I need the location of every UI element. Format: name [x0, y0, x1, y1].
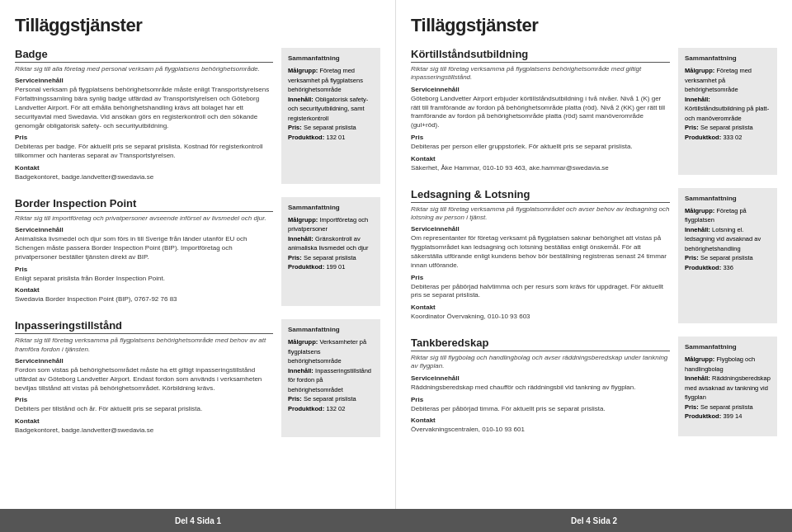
kortillstand-summary-value-3: 333 02 — [723, 134, 742, 141]
page-1-title: Tilläggstjänster — [15, 15, 380, 36]
ledsagning-kontakt-heading: Kontakt — [411, 304, 670, 311]
ledsagning-summary-item-2: Pris: Se separat prislista — [685, 253, 771, 263]
kortillstand-tagline: Riktar sig till företag verksamma på fly… — [411, 65, 670, 82]
section-kortillstand-main: Körtillståndsutbildning Riktar sig till … — [411, 48, 670, 175]
page-1: Tilläggstjänster Badge Riktar sig till a… — [0, 0, 396, 509]
ledsagning-tagline: Riktar sig till företag verksamma på fly… — [411, 205, 670, 223]
bip-summary-item-0: Målgrupp: Importföretag och privatperson… — [288, 215, 374, 234]
inpassering-summary-label-0: Målgrupp: — [288, 338, 318, 346]
section-inpassering-main: Inpasseringstillstånd Riktar sig till fö… — [15, 319, 273, 437]
badge-summary-value-3: 132 01 — [326, 134, 345, 141]
ledsagning-summary: Sammanfattning Målgrupp: Företag på flyg… — [678, 188, 777, 323]
inpassering-summary-value-3: 132 02 — [326, 405, 345, 412]
ledsagning-summary-label-3: Produktkod: — [685, 264, 721, 271]
ledsagning-summary-value-3: 336 — [723, 264, 733, 271]
bip-tagline: Riktar sig till importföretag och privat… — [15, 214, 273, 223]
bip-summary-value-3: 199 01 — [326, 263, 345, 271]
ledsagning-summary-label-1: Innehåll: — [685, 226, 710, 233]
pages-container: Tilläggstjänster Badge Riktar sig till a… — [0, 0, 792, 509]
tankberedskap-summary-label-3: Produktkod: — [685, 412, 721, 420]
inpassering-title: Inpasseringstillstånd — [15, 319, 273, 334]
bip-pris-heading: Pris — [15, 266, 273, 273]
badge-summary: Sammanfattning Målgrupp: Företag med ver… — [281, 48, 380, 184]
kortillstand-pris-heading: Pris — [411, 134, 670, 141]
tankberedskap-summary-item-2: Pris: Se separat prislista — [685, 403, 771, 412]
kortillstand-summary-value-2: Se separat prislista — [700, 124, 753, 131]
badge-summary-label-1: Innehåll: — [288, 96, 314, 103]
kortillstand-summary-label-1: Innehåll: — [685, 96, 710, 103]
badge-serviceinnehall-heading: Serviceinnehåll — [15, 77, 273, 84]
bip-kontakt-text: Swedavia Border Inspection Point (BIP), … — [15, 295, 273, 304]
badge-summary-item-2: Pris: Se separat prislista — [288, 123, 374, 133]
section-bip: Border Inspection Point Riktar sig till … — [15, 197, 380, 306]
inpassering-kontakt-heading: Kontakt — [15, 417, 273, 425]
badge-serviceinnehall-text: Personal verksam på flygplatsens behörig… — [15, 86, 273, 130]
badge-summary-title: Sammanfattning — [288, 54, 374, 63]
ledsagning-summary-value-2: Se separat prislista — [700, 254, 753, 261]
badge-pris-heading: Pris — [15, 134, 273, 141]
inpassering-summary-value-2: Se separat prislista — [304, 395, 356, 403]
bip-title: Border Inspection Point — [15, 197, 273, 212]
inpassering-summary-item-2: Pris: Se separat prislista — [288, 394, 374, 404]
tankberedskap-serviceinnehall-heading: Serviceinnehåll — [411, 374, 670, 382]
tankberedskap-kontakt-text: Övervakningscentralen, 010-10 93 601 — [411, 426, 670, 435]
tankberedskap-title: Tankberedskap — [411, 337, 670, 351]
bip-summary-item-2: Pris: Se separat prislista — [288, 253, 374, 263]
badge-kontakt-text: Badgekontoret, badge.landvetter@swedavia… — [15, 173, 273, 182]
inpassering-serviceinnehall-text: Fordon som vistas på behörighetsområdet … — [15, 366, 273, 393]
section-tankberedskap-main: Tankberedskap Riktar sig till flygbolag … — [411, 337, 670, 436]
inpassering-pris-heading: Pris — [15, 396, 273, 403]
bip-summary-item-3: Produktkod: 199 01 — [288, 262, 374, 272]
tankberedskap-serviceinnehall-text: Räddningsberedskap med chaufför och rädd… — [411, 384, 670, 393]
badge-summary-item-0: Målgrupp: Företag med verksamhet på flyg… — [288, 66, 374, 95]
kortillstand-summary-title: Sammanfattning — [685, 54, 771, 63]
tankberedskap-pris-text: Debiteras per påbörjad timma. För aktuel… — [411, 405, 670, 414]
footer-page-2: Del 4 Sida 2 — [396, 509, 792, 532]
tankberedskap-summary-value-3: 399 14 — [723, 412, 742, 420]
kortillstand-summary-item-2: Pris: Se separat prislista — [685, 123, 771, 133]
kortillstand-summary-value-1: Körtillståndsutbildning på platt- och ma… — [685, 105, 769, 122]
footer-container: Del 4 Sida 1 Del 4 Sida 2 — [0, 509, 792, 532]
badge-summary-item-1: Innehåll: Obligatorisk safety- och secur… — [288, 95, 374, 124]
ledsagning-pris-heading: Pris — [411, 274, 670, 281]
badge-summary-label-3: Produktkod: — [288, 134, 324, 141]
tankberedskap-kontakt-heading: Kontakt — [411, 417, 670, 424]
kortillstand-serviceinnehall-heading: Serviceinnehåll — [411, 86, 670, 93]
tankberedskap-summary: Sammanfattning Målgrupp: Flygbolag och h… — [678, 337, 777, 436]
tankberedskap-summary-label-2: Pris: — [685, 403, 699, 411]
section-tankberedskap: Tankberedskap Riktar sig till flygbolag … — [411, 337, 777, 436]
kortillstand-kontakt-text: Säkerhet, Åke Hammar, 010-10 93 463, ake… — [411, 164, 670, 173]
section-inpassering: Inpasseringstillstånd Riktar sig till fö… — [15, 319, 380, 437]
inpassering-serviceinnehall-heading: Serviceinnehåll — [15, 357, 273, 365]
tankberedskap-summary-label-0: Målgrupp: — [685, 355, 714, 363]
inpassering-summary: Sammanfattning Målgrupp: Verksamheter på… — [281, 319, 380, 437]
inpassering-summary-label-2: Pris: — [288, 395, 302, 403]
ledsagning-summary-title: Sammanfattning — [685, 194, 771, 203]
tankberedskap-tagline: Riktar sig till flygbolag och handlingbo… — [411, 354, 670, 371]
ledsagning-summary-item-1: Innehåll: Lotsning el. ledsagning vid av… — [685, 225, 771, 254]
badge-summary-item-3: Produktkod: 132 01 — [288, 133, 374, 143]
footer-page-1: Del 4 Sida 1 — [0, 509, 396, 532]
section-badge: Badge Riktar sig till alla företag med p… — [15, 48, 380, 184]
tankberedskap-summary-item-3: Produktkod: 399 14 — [685, 412, 771, 421]
badge-summary-label-2: Pris: — [288, 124, 302, 131]
section-ledsagning: Ledsagning & Lotsning Riktar sig till fö… — [411, 188, 777, 323]
inpassering-pris-text: Debiters per tillstånd och år. För aktue… — [15, 405, 273, 414]
badge-title: Badge — [15, 48, 273, 63]
bip-summary-label-1: Innehåll: — [288, 235, 314, 242]
tankberedskap-summary-item-0: Målgrupp: Flygbolag och handlingbolag — [685, 355, 771, 374]
kortillstand-pris-text: Debiteras per person eller gruppstorlek.… — [411, 143, 670, 152]
page-2: Tilläggstjänster Körtillståndsutbildning… — [396, 0, 792, 509]
bip-kontakt-heading: Kontakt — [15, 286, 273, 294]
badge-tagline: Riktar sig till alla företag med persona… — [15, 65, 273, 73]
badge-pris-text: Debiteras per badge. För aktuellt pris s… — [15, 143, 273, 161]
badge-summary-value-2: Se separat prislista — [304, 124, 356, 131]
tankberedskap-summary-value-2: Se separat prislista — [700, 403, 753, 411]
section-kortillstand: Körtillståndsutbildning Riktar sig till … — [411, 48, 777, 175]
kortillstand-summary-label-3: Produktkod: — [685, 134, 721, 141]
section-badge-main: Badge Riktar sig till alla företag med p… — [15, 48, 273, 184]
inpassering-summary-title: Sammanfattning — [288, 325, 374, 334]
ledsagning-summary-item-3: Produktkod: 336 — [685, 263, 771, 273]
bip-summary-label-3: Produktkod: — [288, 263, 324, 271]
bip-serviceinnehall-text: Animaliska livsmedel och djur som förs i… — [15, 235, 273, 261]
